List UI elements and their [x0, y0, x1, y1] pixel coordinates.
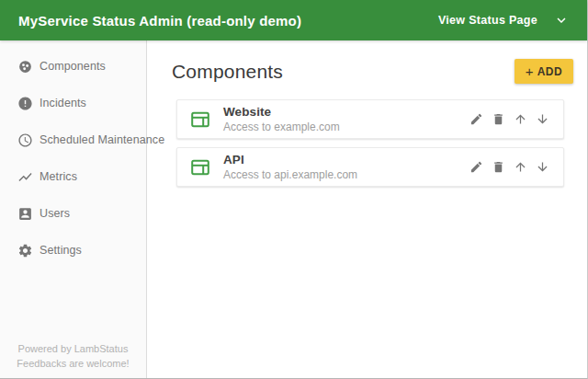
main-header: Components + ADD: [172, 59, 573, 84]
sidebar-item-label: Users: [40, 207, 70, 220]
page-title: Components: [172, 61, 283, 83]
move-down-icon[interactable]: [535, 112, 549, 127]
add-button-label: ADD: [537, 65, 562, 78]
web-icon: [189, 109, 211, 131]
settings-icon: [17, 243, 33, 258]
component-name: API: [223, 153, 357, 167]
sidebar-item-metrics[interactable]: Metrics: [0, 158, 146, 195]
incidents-icon: [17, 96, 33, 111]
app-title: MyService Status Admin (read-only demo): [18, 13, 301, 29]
component-description: Access to api.example.com: [223, 168, 357, 182]
components-list: Website Access to example.com: [176, 99, 564, 187]
move-up-icon[interactable]: [513, 160, 527, 175]
sidebar-item-label: Metrics: [40, 170, 77, 183]
component-info: API Access to api.example.com: [223, 153, 357, 182]
component-actions: [469, 160, 549, 175]
move-down-icon[interactable]: [535, 160, 549, 175]
sidebar-nav: Components Incidents Scheduled Maintenan…: [0, 40, 146, 269]
component-actions: [469, 112, 549, 127]
components-icon: [17, 59, 33, 75]
feedback-link[interactable]: Feedbacks are welcome!: [0, 357, 146, 372]
sidebar-item-label: Scheduled Maintenance: [40, 133, 164, 146]
sidebar-item-scheduled-maintenance[interactable]: Scheduled Maintenance: [0, 121, 146, 158]
app-body: Components Incidents Scheduled Maintenan…: [0, 40, 587, 378]
sidebar-item-components[interactable]: Components: [0, 48, 146, 85]
component-name: Website: [223, 105, 340, 120]
main-content: Components + ADD: [147, 40, 587, 378]
edit-icon[interactable]: [469, 112, 483, 127]
metrics-icon: [17, 169, 33, 185]
sidebar: Components Incidents Scheduled Maintenan…: [0, 40, 147, 378]
web-icon: [189, 156, 211, 178]
sidebar-item-label: Components: [40, 60, 106, 73]
delete-icon[interactable]: [491, 160, 505, 175]
view-status-page-link[interactable]: View Status Page: [438, 14, 537, 27]
move-up-icon[interactable]: [513, 112, 527, 127]
delete-icon[interactable]: [491, 112, 505, 127]
header-bar: MyService Status Admin (read-only demo) …: [0, 0, 587, 40]
sidebar-item-users[interactable]: Users: [0, 195, 146, 232]
sidebar-item-settings[interactable]: Settings: [0, 232, 146, 269]
sidebar-item-incidents[interactable]: Incidents: [0, 85, 146, 121]
powered-by-link[interactable]: Powered by LambStatus: [0, 342, 146, 357]
schedule-icon: [17, 132, 33, 148]
add-component-button[interactable]: + ADD: [514, 59, 573, 84]
users-icon: [17, 206, 33, 222]
plus-icon: +: [526, 64, 534, 78]
chevron-down-icon[interactable]: [552, 11, 571, 29]
sidebar-item-label: Settings: [40, 244, 82, 257]
component-description: Access to example.com: [223, 121, 340, 134]
app-window: MyService Status Admin (read-only demo) …: [0, 0, 588, 379]
sidebar-item-label: Incidents: [40, 97, 86, 109]
component-info: Website Access to example.com: [223, 105, 340, 134]
header-actions: View Status Page: [438, 11, 571, 29]
sidebar-footer: Powered by LambStatus Feedbacks are welc…: [0, 342, 146, 372]
edit-icon[interactable]: [469, 160, 483, 175]
component-row-api: API Access to api.example.com: [176, 147, 564, 187]
component-row-website: Website Access to example.com: [176, 99, 564, 139]
